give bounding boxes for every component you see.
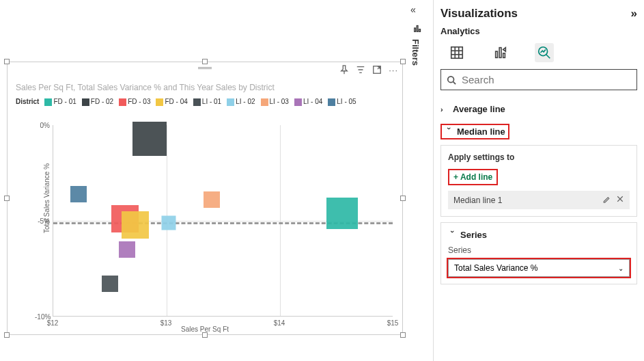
data-point[interactable] xyxy=(119,241,135,258)
svg-line-13 xyxy=(546,55,550,59)
data-point[interactable] xyxy=(102,276,118,292)
chart-title: Sales Per Sq Ft, Total Sales Variance % … xyxy=(16,83,402,92)
search-field[interactable] xyxy=(462,74,631,85)
chevron-down-icon: › xyxy=(449,230,457,240)
series-card: › Series Series Total Sales Variance % ⌄ xyxy=(440,222,637,284)
y-tick: 0% xyxy=(35,122,50,129)
legend-item[interactable]: FD - 02 xyxy=(82,98,113,106)
chart-visual[interactable]: ··· Sales Per Sq Ft, Total Sales Varianc… xyxy=(7,62,403,335)
svg-point-14 xyxy=(448,76,454,82)
x-axis-label: Sales Per Sq Ft xyxy=(181,325,229,333)
visualizations-panel: Visualizations » Analytics › Average lin… xyxy=(433,0,644,361)
analytics-tab-icon[interactable] xyxy=(535,43,554,62)
legend-item[interactable]: LI - 03 xyxy=(261,98,289,106)
average-line-expander[interactable]: › Average line xyxy=(440,100,637,118)
analytics-subtitle: Analytics xyxy=(440,26,637,36)
pin-icon[interactable] xyxy=(339,65,349,77)
svg-rect-11 xyxy=(503,53,505,57)
legend-item[interactable]: FD - 04 xyxy=(156,98,187,106)
x-tick: $13 xyxy=(160,319,172,327)
resize-handle[interactable] xyxy=(400,332,406,338)
resize-handle[interactable] xyxy=(4,196,10,201)
y-tick: -5% xyxy=(35,217,50,225)
resize-handle[interactable] xyxy=(400,196,406,201)
series-dropdown[interactable]: Total Sales Variance % ⌄ xyxy=(448,259,630,277)
resize-handle[interactable] xyxy=(400,59,406,64)
filters-label: Filters xyxy=(410,39,421,66)
legend-item[interactable]: LI - 02 xyxy=(227,98,255,106)
x-tick: $15 xyxy=(387,319,399,327)
svg-rect-1 xyxy=(415,28,416,31)
svg-rect-4 xyxy=(451,47,463,59)
legend-item[interactable]: FD - 03 xyxy=(119,98,150,106)
focus-mode-icon[interactable] xyxy=(372,65,382,77)
chevron-down-icon: › xyxy=(445,127,453,137)
resize-handle[interactable] xyxy=(202,332,208,338)
filter-icon[interactable] xyxy=(356,65,365,77)
median-line-expander[interactable]: › Median line xyxy=(440,124,509,139)
data-point[interactable] xyxy=(132,122,167,156)
search-icon xyxy=(447,75,456,85)
delete-icon[interactable] xyxy=(616,195,624,205)
expand-panel-icon[interactable]: » xyxy=(631,7,637,21)
svg-line-15 xyxy=(453,81,456,84)
apply-settings-label: Apply settings to xyxy=(448,152,630,162)
drag-grip[interactable] xyxy=(198,66,212,70)
plot-area xyxy=(53,125,393,317)
fields-tab-icon[interactable] xyxy=(447,43,466,62)
data-point[interactable] xyxy=(326,198,358,229)
chevron-right-icon: › xyxy=(440,105,450,113)
legend: DistrictFD - 01FD - 02FD - 03FD - 04LI -… xyxy=(16,98,394,106)
collapse-panel-icon[interactable]: « xyxy=(410,4,416,15)
svg-rect-2 xyxy=(417,26,418,32)
median-line-label: Median line xyxy=(457,126,505,137)
svg-rect-9 xyxy=(496,51,498,57)
x-tick: $14 xyxy=(274,319,285,327)
data-point[interactable] xyxy=(204,191,220,208)
apply-settings-card: Apply settings to + Add line Median line… xyxy=(440,145,637,217)
svg-rect-10 xyxy=(499,48,501,58)
search-input[interactable] xyxy=(440,69,637,90)
resize-handle[interactable] xyxy=(202,59,208,64)
more-options-icon[interactable]: ··· xyxy=(389,65,398,77)
series-expander[interactable]: › Series xyxy=(448,230,630,240)
data-point[interactable] xyxy=(70,186,87,202)
line-name-label: Median line 1 xyxy=(453,196,502,205)
resize-handle[interactable] xyxy=(4,332,10,338)
average-line-label: Average line xyxy=(453,104,505,114)
series-value: Total Sales Variance % xyxy=(454,263,538,273)
pane-tabs xyxy=(440,40,637,69)
legend-item[interactable]: FD - 01 xyxy=(44,98,76,106)
chevron-down-icon: ⌄ xyxy=(618,265,624,272)
data-point[interactable] xyxy=(162,215,176,230)
median-line-row[interactable]: Median line 1 xyxy=(448,191,630,209)
format-tab-icon[interactable] xyxy=(491,43,510,62)
series-sublabel: Series xyxy=(448,245,630,255)
legend-item[interactable]: LI - 01 xyxy=(193,98,221,106)
filters-pane[interactable]: Filters xyxy=(410,23,425,66)
series-heading: Series xyxy=(460,230,487,240)
x-tick: $12 xyxy=(47,319,59,327)
filters-icon xyxy=(410,23,425,35)
add-line-button[interactable]: + Add line xyxy=(448,169,498,185)
legend-item[interactable]: LI - 05 xyxy=(328,98,356,106)
data-point[interactable] xyxy=(122,211,149,239)
resize-handle[interactable] xyxy=(4,59,10,64)
legend-item[interactable]: LI - 04 xyxy=(294,98,322,106)
edit-icon[interactable] xyxy=(602,195,611,205)
svg-rect-3 xyxy=(419,29,421,32)
panel-title: Visualizations xyxy=(440,7,518,21)
